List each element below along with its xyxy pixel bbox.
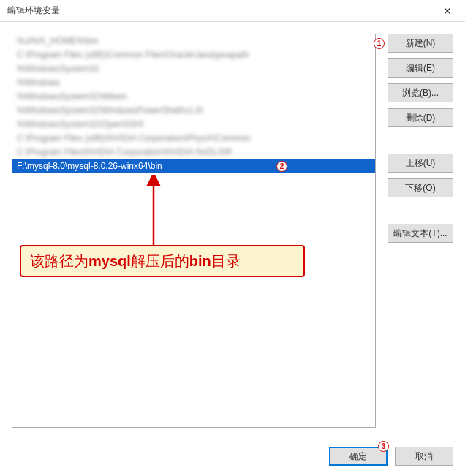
edit-button-label: 编辑(E) [406,63,435,73]
edittext-button[interactable]: 编辑文本(T)... [388,224,453,243]
list-item[interactable]: %WindowsSystem32\OpenSSH\ [12,118,375,132]
button-group-2: 上移(U) 下移(O) [388,154,453,197]
edittext-button-label: 编辑文本(T)... [393,228,447,238]
annotation-callout: 该路径为mysql解压后的bin目录 [20,245,305,277]
movedown-button-label: 下移(O) [405,183,435,193]
moveup-button-label: 上移(U) [406,158,436,168]
list-item[interactable]: C:\Program Files (x86)\Common Files\Orac… [12,48,375,62]
list-item-selected[interactable]: F:\mysql-8.0\mysql-8.0.26-winx64\bin 2 [12,159,375,173]
button-column: 1 新建(N) 编辑(E) 浏览(B)... 删除(D) 上移(U) 下 [388,34,453,428]
list-item[interactable]: %WindowsSystem32\WindowsPowerShell\v1.0\ [12,104,375,118]
movedown-button[interactable]: 下移(O) [388,178,453,197]
callout-text-prefix: 该路径为 [30,252,88,271]
callout-text-mysql: mysql [88,253,131,270]
callout-text-bin: bin [189,253,211,270]
ok-button[interactable]: 确定 3 [329,447,388,466]
dialog-title: 编辑环境变量 [7,4,60,17]
ok-button-label: 确定 [349,451,367,461]
button-group-3: 编辑文本(T)... [388,224,453,243]
cancel-button-label: 取消 [415,451,433,461]
path-listbox[interactable]: %JAVA_HOME%\bin C:\Program Files (x86)\C… [12,34,376,428]
annotation-badge-3: 3 [378,441,389,452]
list-item[interactable]: %Windows [12,76,375,90]
dialog-window: 编辑环境变量 ✕ %JAVA_HOME%\bin C:\Program File… [0,0,465,476]
new-button-label: 新建(N) [406,38,436,48]
dialog-body: %JAVA_HOME%\bin C:\Program Files (x86)\C… [0,22,465,439]
list-item[interactable]: %WindowsSystem32\Wbem [12,90,375,104]
delete-button[interactable]: 删除(D) [388,108,453,127]
callout-text-suffix: 目录 [211,252,241,271]
callout-text-mid2: 解压后的 [131,252,189,271]
delete-button-label: 删除(D) [406,113,436,123]
titlebar: 编辑环境变量 ✕ [0,0,465,22]
browse-button-label: 浏览(B)... [402,88,439,98]
close-icon[interactable]: ✕ [437,2,458,20]
edit-button[interactable]: 编辑(E) [388,58,453,78]
browse-button[interactable]: 浏览(B)... [388,83,453,102]
annotation-badge-2: 2 [276,161,287,172]
dialog-footer: 确定 3 取消 [317,439,465,476]
cancel-button[interactable]: 取消 [395,447,453,466]
new-button[interactable]: 1 新建(N) [388,34,453,53]
list-item[interactable]: C:\Program Files\NVIDIA Corporation\NVID… [12,146,375,159]
annotation-badge-1: 1 [374,38,385,49]
list-item[interactable]: %WindowsSystem32 [12,62,375,76]
list-item[interactable]: %JAVA_HOME%\bin [12,34,375,48]
button-group-1: 1 新建(N) 编辑(E) 浏览(B)... 删除(D) [388,34,453,127]
selected-path-text: F:\mysql-8.0\mysql-8.0.26-winx64\bin [17,161,162,171]
list-item[interactable]: C:\Program Files (x86)\NVIDIA Corporatio… [12,132,375,146]
moveup-button[interactable]: 上移(U) [388,154,453,173]
